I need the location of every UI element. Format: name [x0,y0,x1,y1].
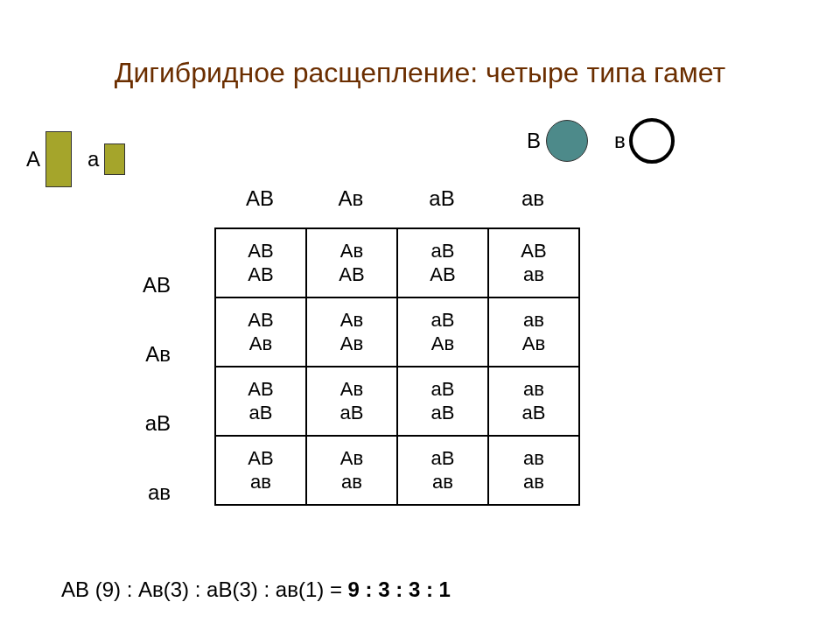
punnett-square: АВАВ АвАВ аВАВ АВав АВАв АвАв аВАв авАв … [214,228,580,506]
legend-B-v: В в [527,118,675,164]
allele-A-icon [46,131,72,187]
cell: Авав [306,436,397,505]
cell: АваВ [306,367,397,436]
allele-v-icon [629,118,675,164]
col-header: аВ [396,186,487,211]
cell: аваВ [488,367,579,436]
cell: АВав [488,228,579,298]
row-headers: АВ Ав аВ ав [118,250,171,527]
slide-title: Дигибридное расщепление: четыре типа гам… [35,57,805,89]
row-header: аВ [118,388,171,458]
label-v: в [614,129,626,153]
label-B: В [527,129,541,153]
allele-a-icon [104,144,125,175]
cell: аВаВ [397,367,488,436]
row-header: Ав [118,319,171,388]
col-header: Ав [305,186,396,211]
cell: АВАВ [215,228,306,298]
allele-B-icon [546,120,588,162]
cell: АВав [215,436,306,505]
cell: аВав [397,436,488,505]
col-header: АВ [214,186,305,211]
column-headers: АВ Ав аВ ав [214,186,578,211]
cell: АвАВ [306,228,397,298]
cell: АвАв [306,298,397,367]
label-a: а [88,147,99,172]
col-header: ав [487,186,578,211]
row-header: АВ [118,250,171,319]
cell: аВАВ [397,228,488,298]
legend-A-a: А а [26,131,125,187]
ratio-bold: 9 : 3 : 3 : 1 [348,578,451,601]
cell: авав [488,436,579,505]
ratio-text: АВ (9) : Ав(3) : аВ(3) : ав(1) = [61,578,348,601]
cell: аВАв [397,298,488,367]
cell: АВаВ [215,367,306,436]
label-A: А [26,147,40,172]
cell: АВАв [215,298,306,367]
cell: авАв [488,298,579,367]
row-header: ав [118,458,171,527]
phenotype-ratio: АВ (9) : Ав(3) : аВ(3) : ав(1) = 9 : 3 :… [61,578,451,602]
